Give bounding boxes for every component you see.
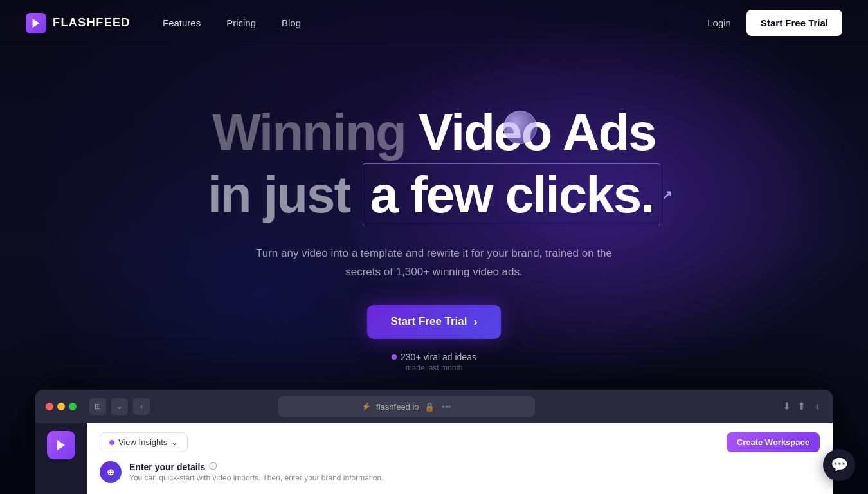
hero-title-in-just: in just — [208, 166, 363, 223]
hero-title-winning: Winning — [212, 104, 419, 161]
app-logo — [47, 431, 75, 459]
chat-widget-button[interactable]: 💬 — [823, 449, 855, 481]
minimize-window-button[interactable] — [57, 403, 65, 410]
grid-view-button[interactable]: ⊞ — [89, 398, 106, 415]
logo-icon — [26, 13, 46, 33]
lock-icon: 🔒 — [424, 402, 435, 412]
nav-pricing[interactable]: Pricing — [226, 17, 256, 28]
app-main-content: View Insights ⌄ Create Workspace ⊕ Enter… — [87, 423, 833, 494]
app-content: View Insights ⌄ Create Workspace ⊕ Enter… — [35, 423, 833, 494]
insights-dot — [109, 440, 114, 445]
traffic-lights — [46, 403, 77, 410]
browser-mockup: ⊞ ⌄ ‹ ⚡ flashfeed.io 🔒 ••• ⬇ ⬆ ＋ — [35, 390, 833, 494]
nav-blog[interactable]: Blog — [282, 17, 301, 28]
step-avatar: ⊕ — [100, 461, 122, 483]
arrow-icon: › — [474, 315, 478, 329]
maximize-window-button[interactable] — [69, 403, 77, 410]
share-icon[interactable]: ⬆ — [797, 400, 806, 414]
close-window-button[interactable] — [46, 403, 53, 410]
viral-badge: 230+ viral ad ideas made last month — [392, 352, 476, 372]
url-bar[interactable]: ⚡ flashfeed.io 🔒 ••• — [278, 396, 535, 417]
hero-title-line1: Winning Video Ads — [208, 104, 661, 161]
more-options-icon: ••• — [442, 402, 451, 412]
view-insights-button[interactable]: View Insights ⌄ — [100, 432, 188, 452]
browser-toolbar: ⊞ ⌄ ‹ ⚡ flashfeed.io 🔒 ••• ⬇ ⬆ ＋ — [35, 390, 833, 423]
step-info: Enter your details ⓘ You can quick-start… — [129, 461, 384, 482]
login-button[interactable]: Login — [707, 17, 731, 28]
app-sidebar — [35, 423, 87, 494]
sphere-decoration — [503, 111, 537, 144]
onboarding-step: ⊕ Enter your details ⓘ You can quick-sta… — [100, 461, 820, 483]
create-workspace-button[interactable]: Create Workspace — [727, 432, 820, 452]
info-icon: ⓘ — [209, 461, 217, 472]
browser-toolbar-right: ⬇ ⬆ ＋ — [782, 400, 822, 414]
svg-marker-1 — [57, 440, 65, 450]
hero-title: Winning Video Ads in just a few clicks.↗ — [208, 104, 661, 226]
logo-text: FLASHFEED — [53, 16, 131, 30]
hero-title-video-ads: Video Ads — [419, 104, 656, 161]
nav-right: Login Start Free Trial — [707, 10, 842, 36]
nav-trial-button[interactable]: Start Free Trial — [746, 10, 842, 36]
browser-nav-controls: ⊞ ⌄ ‹ — [89, 398, 150, 415]
svg-marker-0 — [33, 18, 40, 27]
download-icon[interactable]: ⬇ — [782, 400, 791, 414]
logo[interactable]: FLASHFEED — [26, 13, 131, 33]
viral-dot — [392, 354, 397, 360]
site-favicon: ⚡ — [361, 402, 371, 411]
chevron-down-icon: ⌄ — [171, 437, 178, 447]
hero-selected-phrase: a few clicks.↗ — [363, 163, 660, 226]
navigation: FLASHFEED Features Pricing Blog Login St… — [0, 0, 868, 46]
app-topbar: View Insights ⌄ Create Workspace — [100, 432, 820, 452]
hero-trial-button[interactable]: Start Free Trial › — [367, 305, 500, 339]
url-text: flashfeed.io — [376, 402, 419, 412]
new-tab-icon[interactable]: ＋ — [812, 400, 822, 414]
hero-title-line2: in just a few clicks.↗ — [208, 163, 661, 226]
nav-links: Features Pricing Blog — [163, 17, 707, 28]
cursor-icon: ↗ — [662, 188, 671, 202]
hero-section: Winning Video Ads in just a few clicks.↗… — [0, 46, 868, 372]
back-button[interactable]: ‹ — [133, 398, 150, 415]
nav-features[interactable]: Features — [163, 17, 201, 28]
chevron-down-button[interactable]: ⌄ — [111, 398, 128, 415]
hero-subtitle: Turn any video into a template and rewri… — [248, 244, 620, 282]
